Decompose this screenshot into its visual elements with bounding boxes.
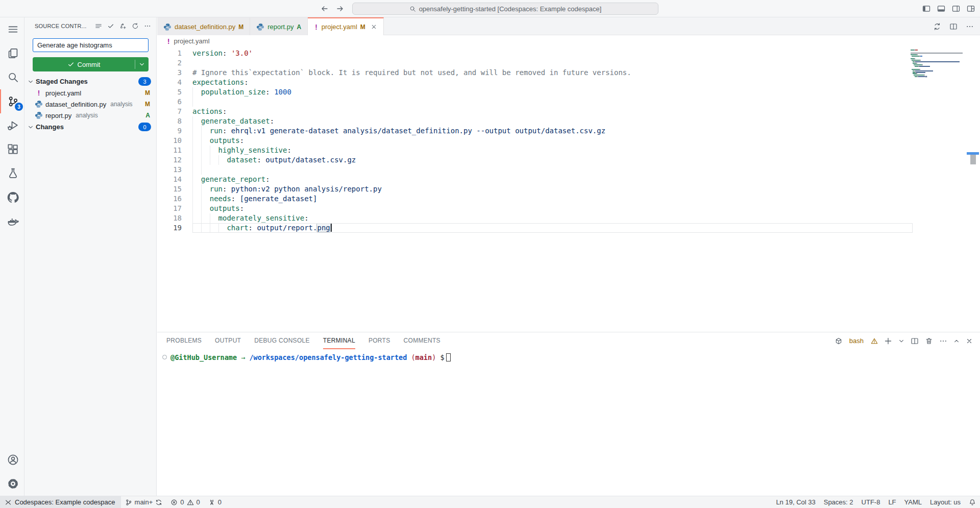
code-line-14[interactable]: 14generate_report: bbox=[157, 175, 913, 184]
activity-item-search[interactable] bbox=[0, 65, 24, 89]
code-line-9[interactable]: 9run: ehrql:v1 generate-dataset analysis… bbox=[157, 126, 913, 136]
minimap-token bbox=[912, 56, 919, 57]
minimap-token bbox=[911, 53, 963, 54]
open-changes-icon[interactable] bbox=[933, 22, 941, 31]
activity-item-settings[interactable] bbox=[0, 472, 24, 496]
language-mode[interactable]: YAML bbox=[900, 496, 926, 508]
activity-bar-bottom bbox=[0, 448, 24, 496]
activity-item-github[interactable] bbox=[0, 185, 24, 209]
panel-tab-ports[interactable]: PORTS bbox=[369, 332, 390, 349]
tab-report.py[interactable]: report.pyA bbox=[250, 17, 308, 35]
code-line-19[interactable]: 19chart: output/report.png bbox=[157, 223, 913, 233]
customize-layout-icon[interactable] bbox=[967, 5, 975, 13]
maximize-panel-icon[interactable] bbox=[953, 338, 960, 344]
close-tab-icon[interactable] bbox=[371, 23, 377, 30]
editor-tabs: dataset_definition.pyMreport.pyA!project… bbox=[157, 17, 980, 35]
more-actions-icon[interactable] bbox=[144, 22, 151, 30]
code-line-17[interactable]: 17outputs: bbox=[157, 204, 913, 213]
forward-icon[interactable] bbox=[336, 5, 344, 13]
commit-message-input[interactable] bbox=[33, 38, 149, 52]
minimap[interactable] bbox=[911, 50, 965, 86]
panel-tab-problems[interactable]: PROBLEMS bbox=[166, 332, 202, 349]
commit-button-main[interactable]: Commit bbox=[33, 61, 135, 68]
code-editor[interactable]: 1version: '3.0'23# Ignore this`expectati… bbox=[157, 47, 980, 332]
code-line-8[interactable]: 8generate_dataset: bbox=[157, 116, 913, 126]
activity-item-testing[interactable] bbox=[0, 161, 24, 185]
minimap-token bbox=[913, 63, 916, 64]
code-line-12[interactable]: 12dataset: output/dataset.csv.gz bbox=[157, 155, 913, 165]
tab-label: project.yaml bbox=[322, 23, 357, 31]
panel-tab-output[interactable]: OUTPUT bbox=[215, 332, 241, 349]
breadcrumb[interactable]: ! project.yaml bbox=[157, 35, 980, 47]
keyboard-layout[interactable]: Layout: us bbox=[926, 496, 965, 508]
tab-project.yaml[interactable]: !project.yamlM bbox=[308, 17, 384, 35]
activity-item-explorer[interactable] bbox=[0, 41, 24, 65]
ports-status[interactable]: 0 bbox=[204, 496, 226, 508]
activity-item-extensions[interactable] bbox=[0, 137, 24, 161]
code-line-5[interactable]: 5population_size: 1000 bbox=[157, 87, 913, 97]
toggle-panel-icon[interactable] bbox=[937, 5, 945, 13]
scm-group-staged-changes[interactable]: Staged Changes3 bbox=[24, 76, 156, 87]
panel-tab-debug-console[interactable]: DEBUG CONSOLE bbox=[254, 332, 310, 349]
notifications[interactable] bbox=[965, 496, 980, 508]
close-panel-icon[interactable] bbox=[966, 337, 973, 345]
split-terminal-icon[interactable] bbox=[911, 337, 919, 345]
code-line-15[interactable]: 15run: python:v2 python analysis/report.… bbox=[157, 184, 913, 194]
commit-check-icon[interactable] bbox=[107, 22, 114, 30]
kill-terminal-icon[interactable] bbox=[925, 337, 933, 345]
shell-label[interactable]: bash bbox=[849, 337, 864, 345]
terminal-dropdown-icon[interactable] bbox=[898, 338, 904, 344]
more-actions-icon[interactable] bbox=[939, 337, 947, 345]
activity-item-accounts[interactable] bbox=[0, 448, 24, 472]
toggle-primary-sidebar-icon[interactable] bbox=[922, 5, 930, 13]
problems-status[interactable]: 0 0 bbox=[166, 496, 204, 508]
new-terminal-icon[interactable] bbox=[884, 337, 892, 345]
commit-button[interactable]: Commit bbox=[33, 57, 149, 71]
code-line-2[interactable]: 2 bbox=[157, 58, 913, 68]
split-editor-icon[interactable] bbox=[949, 22, 958, 31]
toggle-secondary-sidebar-icon[interactable] bbox=[952, 5, 960, 13]
scm-group-changes[interactable]: Changes0 bbox=[24, 121, 156, 133]
code-line-16[interactable]: 16needs: [generate_dataset] bbox=[157, 194, 913, 204]
activity-item-source-control[interactable]: 3 bbox=[0, 89, 24, 113]
remote-indicator[interactable]: Codespaces: Example codespace bbox=[0, 496, 121, 508]
encoding-status[interactable]: UTF-8 bbox=[857, 496, 885, 508]
refresh-icon[interactable] bbox=[132, 22, 139, 30]
file-row[interactable]: report.pyanalysisA bbox=[24, 110, 156, 121]
command-center[interactable]: opensafely-getting-started [Codespaces: … bbox=[352, 3, 658, 15]
code-line-18[interactable]: 18moderately_sensitive: bbox=[157, 213, 913, 223]
tab-dataset_definition.py[interactable]: dataset_definition.pyM bbox=[157, 17, 250, 35]
python-icon bbox=[256, 23, 264, 31]
activity-item-run-debug[interactable] bbox=[0, 113, 24, 137]
indent-guides bbox=[192, 126, 210, 136]
back-icon[interactable] bbox=[321, 5, 329, 13]
more-actions-icon[interactable] bbox=[966, 22, 974, 31]
view-as-list-icon[interactable] bbox=[95, 22, 102, 30]
file-row[interactable]: dataset_definition.pyanalysisM bbox=[24, 99, 156, 110]
code-line-6[interactable]: 6 bbox=[157, 97, 913, 107]
eol-status[interactable]: LF bbox=[884, 496, 900, 508]
indent-guides bbox=[192, 87, 201, 97]
commit-dropdown[interactable] bbox=[135, 61, 149, 67]
code-line-13[interactable]: 13 bbox=[157, 165, 913, 175]
cursor-position[interactable]: Ln 19, Col 33 bbox=[772, 496, 819, 508]
file-row[interactable]: !project.yamlM bbox=[24, 87, 156, 99]
code-line-3[interactable]: 3# Ignore this`expectation` block. It is… bbox=[157, 68, 913, 78]
code-token: output/report. bbox=[257, 224, 317, 232]
panel-tab-comments[interactable]: COMMENTS bbox=[404, 332, 440, 349]
warning-icon[interactable] bbox=[871, 337, 878, 345]
terminal[interactable]: @GitHub_Username → /workspaces/opensafel… bbox=[162, 353, 980, 362]
code-line-10[interactable]: 10outputs: bbox=[157, 136, 913, 146]
code-token: python:v2 python analysis/report.py bbox=[231, 185, 382, 193]
activity-item-menu[interactable] bbox=[0, 17, 24, 41]
activity-item-docker[interactable] bbox=[0, 209, 24, 233]
code-line-1[interactable]: 1version: '3.0' bbox=[157, 49, 913, 58]
panel-tab-terminal[interactable]: TERMINAL bbox=[323, 332, 355, 349]
search-icon bbox=[409, 6, 416, 12]
code-line-11[interactable]: 11highly_sensitive: bbox=[157, 146, 913, 155]
code-line-7[interactable]: 7actions: bbox=[157, 107, 913, 116]
indentation-status[interactable]: Spaces: 2 bbox=[820, 496, 857, 508]
branch-status[interactable]: main+ bbox=[121, 496, 167, 508]
code-line-4[interactable]: 4expectations: bbox=[157, 78, 913, 87]
graph-icon[interactable] bbox=[119, 22, 127, 30]
